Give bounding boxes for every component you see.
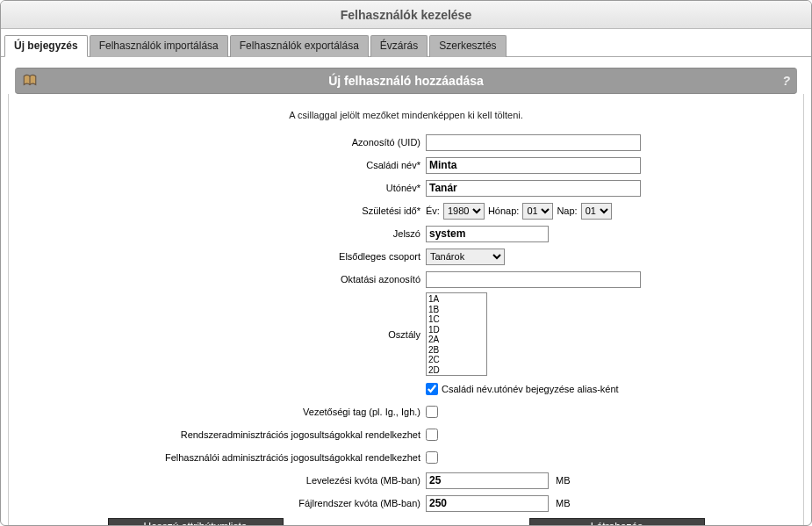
- label-useradmin: Felhasználói adminisztrációs jogosultság…: [26, 452, 426, 463]
- unit-mb-fs: MB: [556, 498, 571, 508]
- tab-year-close[interactable]: Évzárás: [370, 35, 428, 57]
- help-icon[interactable]: ?: [782, 74, 790, 88]
- sysadmin-checkbox[interactable]: [426, 429, 438, 441]
- label-fs-quota: Fájlrendszer kvóta (MB-ban): [26, 498, 426, 508]
- label-month: Hónap:: [488, 205, 519, 216]
- label-leadership: Vezetőségi tag (pl. Ig., Igh.): [26, 407, 426, 417]
- label-class: Osztály: [26, 329, 426, 340]
- label-surname: Családi név*: [26, 160, 426, 170]
- tab-bar: Új bejegyzés Felhasználók importálása Fe…: [1, 29, 811, 57]
- label-year: Év:: [426, 205, 440, 216]
- list-item[interactable]: 2B: [428, 345, 485, 356]
- list-item[interactable]: 1B: [428, 305, 485, 315]
- create-button[interactable]: Létrehozás: [529, 518, 705, 525]
- label-uid: Azonosító (UID): [26, 137, 426, 148]
- leadership-checkbox[interactable]: [426, 406, 438, 418]
- label-primary-group: Elsődleges csoport: [26, 251, 426, 262]
- birth-month-select[interactable]: 01: [522, 203, 553, 220]
- class-listbox[interactable]: 1A 1B 1C 1D 2A 2B 2C 2D: [426, 292, 487, 376]
- list-item[interactable]: 2C: [428, 355, 485, 365]
- label-alias: Családi név.utónév bejegyzése alias-ként: [442, 384, 619, 394]
- list-item[interactable]: 1D: [428, 325, 485, 335]
- surname-input[interactable]: [426, 157, 641, 174]
- user-management-window: Felhasználók kezelése Új bejegyzés Felha…: [0, 0, 812, 526]
- button-row: Hosszú attribútumlista Létrehozás: [26, 518, 786, 525]
- content-area: Új felhasználó hozzáadása ? A csillaggal…: [1, 57, 811, 525]
- label-firstname: Utónév*: [26, 183, 426, 193]
- book-icon: [22, 73, 38, 91]
- tab-export-users[interactable]: Felhasználók exportálása: [230, 35, 369, 57]
- long-attributes-button[interactable]: Hosszú attribútumlista: [108, 518, 284, 525]
- tab-import-users[interactable]: Felhasználók importálása: [90, 35, 228, 57]
- list-item[interactable]: 1A: [428, 294, 485, 305]
- primary-group-select[interactable]: Tanárok: [426, 249, 505, 265]
- mail-quota-input[interactable]: [426, 472, 549, 489]
- password-input[interactable]: [426, 226, 549, 242]
- list-item[interactable]: 1C: [428, 314, 485, 325]
- tab-new-entry[interactable]: Új bejegyzés: [4, 35, 88, 57]
- tab-edit[interactable]: Szerkesztés: [429, 35, 506, 57]
- firstname-input[interactable]: [426, 180, 641, 197]
- useradmin-checkbox[interactable]: [426, 451, 438, 464]
- birth-day-select[interactable]: 01: [581, 203, 612, 220]
- panel-header: Új felhasználó hozzáadása ?: [15, 68, 797, 94]
- uid-input[interactable]: [426, 134, 641, 151]
- fs-quota-input[interactable]: [426, 495, 549, 512]
- label-password: Jelszó: [26, 228, 426, 239]
- window-titlebar: Felhasználók kezelése: [1, 1, 811, 29]
- label-birthdate: Születési idő*: [26, 205, 426, 216]
- label-edu-id: Oktatási azonosító: [26, 274, 426, 285]
- window-title: Felhasználók kezelése: [341, 8, 471, 22]
- list-item[interactable]: 2A: [428, 335, 485, 345]
- label-day: Nap:: [557, 205, 577, 216]
- label-mail-quota: Levelezési kvóta (MB-ban): [26, 475, 426, 486]
- edu-id-input[interactable]: [426, 271, 641, 288]
- birth-year-select[interactable]: 1980: [443, 203, 485, 220]
- list-item[interactable]: 2D: [428, 365, 485, 376]
- panel-body: A csillaggal jelölt mezőket mindenképpen…: [8, 94, 804, 525]
- alias-checkbox[interactable]: [426, 383, 438, 395]
- unit-mb-mail: MB: [556, 475, 571, 486]
- required-fields-hint: A csillaggal jelölt mezőket mindenképpen…: [26, 110, 786, 120]
- label-sysadmin: Rendszeradminisztrációs jogosultságokkal…: [26, 429, 426, 440]
- panel-title: Új felhasználó hozzáadása: [328, 74, 484, 88]
